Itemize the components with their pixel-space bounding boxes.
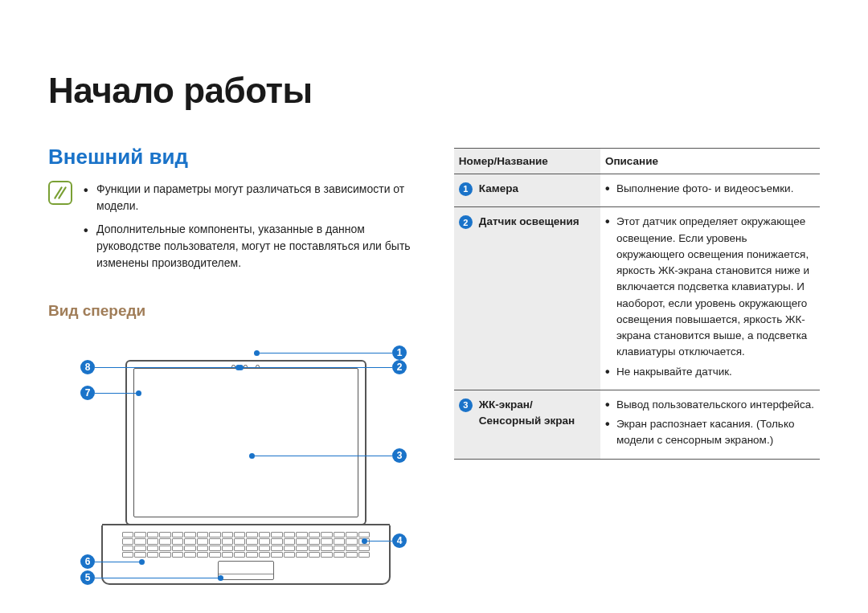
table-row: 3 ЖК-экран/ Сенсорный экран Вывод пользо…: [454, 390, 820, 459]
page: Начало работы Внешний вид Функции и пара…: [0, 71, 868, 613]
table-row: 1 Камера Выполнение фото- и видеосъемки.: [454, 174, 820, 207]
callout-number: 4: [392, 533, 407, 548]
left-column: Внешний вид Функции и параметры могут ра…: [48, 145, 422, 601]
row-description: Выполнение фото- и видеосъемки.: [605, 181, 815, 197]
laptop-lid: [125, 360, 366, 525]
desc-item: Вывод пользовательского интерфейса.: [605, 397, 815, 413]
callout-number: 6: [80, 554, 95, 569]
row-number: 3: [459, 398, 473, 412]
note-icon: [48, 181, 72, 205]
row-description: Вывод пользовательского интерфейса. Экра…: [605, 397, 815, 449]
row-name: Камера: [479, 181, 518, 197]
callout-7: 7: [80, 386, 141, 400]
parts-table: Номер/Название Описание 1 Камера: [454, 148, 820, 460]
callout-number: 7: [80, 386, 95, 400]
callout-4: 4: [362, 533, 407, 548]
note-list: Функции и параметры могут различаться в …: [84, 181, 422, 278]
callout-8: 8: [80, 360, 241, 374]
subsection-heading: Вид спереди: [48, 302, 422, 320]
callout-5: 5: [80, 570, 223, 585]
callout-number: 5: [80, 570, 95, 585]
row-number: 1: [459, 182, 473, 196]
note-item: Дополнительные компоненты, указанные в д…: [84, 221, 422, 272]
row-name: Датчик освещения: [479, 214, 579, 230]
right-column: Номер/Название Описание 1 Камера: [454, 145, 820, 601]
callout-2: 2: [238, 360, 407, 374]
callout-number: 2: [392, 360, 407, 374]
laptop-screen: [133, 368, 358, 517]
table-row: 2 Датчик освещения Этот датчик определяе…: [454, 207, 820, 390]
table-header-desc: Описание: [600, 149, 820, 174]
desc-item: Экран распознает касания. (Только модели…: [605, 416, 815, 449]
row-description: Этот датчик определяет окружающее освеще…: [605, 214, 815, 380]
callout-1: 1: [254, 345, 407, 360]
content-columns: Внешний вид Функции и параметры могут ра…: [48, 145, 820, 601]
section-heading: Внешний вид: [48, 145, 422, 170]
callout-number: 1: [392, 345, 407, 360]
note-item: Функции и параметры могут различаться в …: [84, 181, 422, 215]
touchpad-icon: [218, 561, 274, 580]
callout-6: 6: [80, 554, 145, 569]
row-number: 2: [459, 215, 473, 229]
table-header-name: Номер/Название: [454, 149, 600, 174]
callout-3: 3: [249, 448, 407, 463]
laptop-front-diagram: 1 2 3 4 8: [80, 328, 418, 601]
page-title: Начало работы: [48, 71, 820, 111]
row-name: ЖК-экран/ Сенсорный экран: [479, 397, 575, 430]
callout-number: 3: [392, 448, 407, 463]
keyboard-icon: [122, 532, 370, 558]
desc-item: Этот датчик определяет окружающее освеще…: [605, 214, 815, 360]
desc-item: Выполнение фото- и видеосъемки.: [605, 181, 815, 197]
callout-number: 8: [80, 360, 95, 374]
note-block: Функции и параметры могут различаться в …: [48, 181, 422, 278]
desc-item: Не накрывайте датчик.: [605, 364, 815, 380]
